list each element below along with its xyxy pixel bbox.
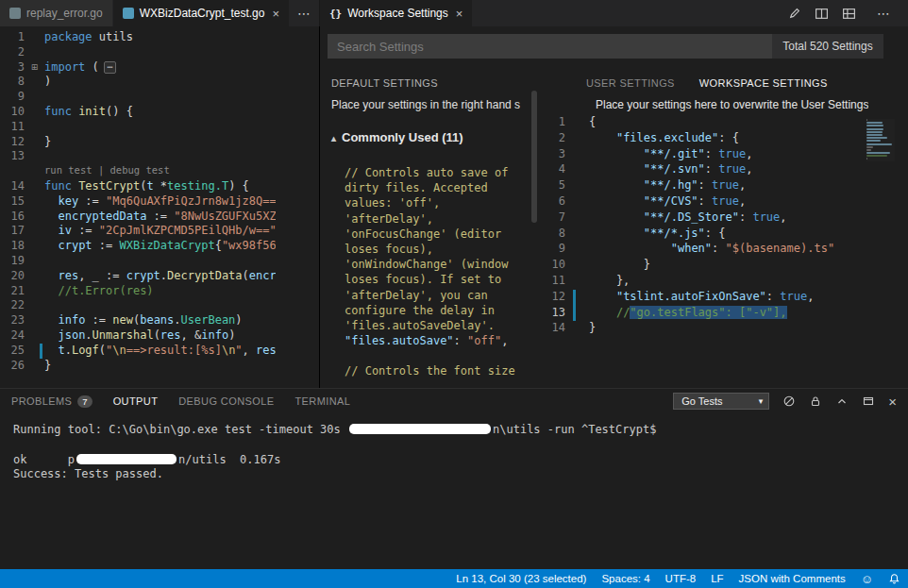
- scroll-lock-icon[interactable]: [809, 395, 822, 408]
- tab-label: Workspace Settings: [347, 7, 448, 20]
- code-line[interactable]: dirty files. Accepted: [345, 181, 533, 196]
- close-tab-icon[interactable]: ×: [272, 7, 279, 21]
- code-line[interactable]: 14func TestCrypt(t *testing.T) {: [0, 179, 276, 194]
- default-settings-header: DEFAULT SETTINGS: [331, 77, 438, 89]
- code-line[interactable]: 'afterDelay', you can: [345, 289, 533, 304]
- code-line[interactable]: 12}: [0, 135, 276, 150]
- code-line[interactable]: loses focus). If set to: [345, 273, 533, 288]
- code-line[interactable]: 19: [0, 254, 276, 269]
- code-line[interactable]: ✎"files.autoSave": "off",: [345, 334, 533, 349]
- close-tab-icon[interactable]: ×: [456, 7, 463, 21]
- code-line[interactable]: 18 crypt := WXBizDataCrypt{"wx98f566a: [0, 239, 276, 254]
- code-line[interactable]: 3⊞import (⋯: [0, 60, 276, 76]
- code-line[interactable]: 9 "when": "$(basename).ts": [537, 242, 866, 258]
- code-line[interactable]: 11 },: [537, 274, 866, 290]
- code-line[interactable]: ok pn/utils 0.167s: [13, 453, 895, 468]
- layout-grid-icon[interactable]: [842, 7, 856, 21]
- clear-output-icon[interactable]: [782, 395, 796, 408]
- open-settings-pencil-icon[interactable]: [787, 7, 801, 21]
- section-commonly-used[interactable]: ▴Commonly Used (11): [331, 130, 463, 144]
- tab-wxbizdatacrypt-test-go[interactable]: WXBizDataCrypt_test.go ×: [113, 0, 290, 26]
- code-line[interactable]: 6 "**/CVS": true,: [537, 194, 866, 210]
- code-line[interactable]: Running tool: C:\Go\bin\go.exe test -tim…: [13, 423, 895, 438]
- tab-workspace-settings[interactable]: {} Workspace Settings ×: [320, 0, 473, 26]
- chevron-down-icon: ▾: [759, 396, 764, 406]
- code-line[interactable]: [345, 349, 533, 364]
- encoding-status[interactable]: UTF-8: [658, 569, 704, 588]
- code-line[interactable]: 24 json.Unmarshal(res, &info): [0, 328, 276, 344]
- tab-terminal[interactable]: TERMINAL: [294, 395, 350, 407]
- code-line[interactable]: 5 "**/.hg": true,: [537, 178, 866, 194]
- code-line[interactable]: 11: [0, 120, 276, 135]
- go-file-icon: [9, 8, 21, 19]
- code-line[interactable]: // Controls auto save of: [345, 166, 533, 181]
- code-line[interactable]: 9: [0, 90, 276, 105]
- restore-panel-icon[interactable]: [862, 395, 875, 408]
- code-line[interactable]: 15 key := "Mq6QuAXfPiQzJrn8w1jz8Q==": [0, 194, 276, 210]
- maximize-panel-chevron-icon[interactable]: [835, 395, 849, 408]
- default-settings-content[interactable]: // Controls auto save ofdirty files. Acc…: [345, 166, 533, 380]
- code-line[interactable]: 2 "files.exclude": {: [537, 131, 866, 147]
- code-line[interactable]: 10func init() {: [0, 105, 276, 120]
- code-line[interactable]: 2: [0, 45, 276, 60]
- codelens[interactable]: run test | debug test: [44, 164, 276, 179]
- code-line[interactable]: configure the delay in: [345, 304, 533, 319]
- code-line[interactable]: 13 //"go.testFlags": ["-v"],: [537, 306, 866, 322]
- code-line[interactable]: Success: Tests passed.: [13, 467, 895, 482]
- tab-workspace-settings-inner[interactable]: WORKSPACE SETTINGS: [699, 77, 828, 89]
- code-line[interactable]: 10 }: [537, 258, 866, 274]
- workspace-settings-json-editor[interactable]: 1{2 "files.exclude": {3 "**/.git": true,…: [537, 115, 866, 337]
- notifications-bell-icon[interactable]: [881, 569, 908, 588]
- code-line[interactable]: run test | debug test: [0, 164, 276, 179]
- code-line[interactable]: 1package utils: [0, 30, 276, 45]
- code-line[interactable]: 4 "**/.svn": true,: [537, 162, 866, 178]
- output-channel-select[interactable]: Go Tests ▾: [673, 393, 769, 410]
- tab-replay-error-go[interactable]: replay_error.go: [0, 0, 113, 26]
- code-line[interactable]: 23 info := new(beans.UserBean): [0, 313, 276, 328]
- code-line[interactable]: 12 "tslint.autoFixOnSave": true,: [537, 290, 866, 306]
- code-line[interactable]: loses focus),: [345, 243, 533, 258]
- feedback-smiley-icon[interactable]: ☺: [853, 569, 881, 588]
- code-line[interactable]: 22: [0, 298, 276, 313]
- more-actions-icon[interactable]: ⋯: [869, 6, 899, 21]
- tab-debug-console[interactable]: DEBUG CONSOLE: [178, 395, 274, 407]
- vscode-window: replay_error.go WXBizDataCrypt_test.go ×…: [0, 0, 908, 588]
- tab-output[interactable]: OUTPUT: [113, 395, 159, 407]
- tab-label: replay_error.go: [26, 7, 103, 20]
- code-editor-go-test[interactable]: 1package utils23⊞import (⋯8)910func init…: [0, 26, 319, 388]
- code-line[interactable]: 17 iv := "2CpJmlKZPCMD5PEilQHb/w==": [0, 224, 276, 239]
- code-line[interactable]: values: 'off',: [345, 196, 533, 211]
- code-line[interactable]: 7 "**/.DS_Store": true,: [537, 210, 866, 227]
- settings-search-input[interactable]: [328, 34, 772, 59]
- code-line[interactable]: 20 res, _ := crypt.DecryptData(encryp: [0, 269, 276, 284]
- cursor-position-status[interactable]: Ln 13, Col 30 (23 selected): [448, 569, 594, 588]
- language-mode-status[interactable]: JSON with Comments: [731, 569, 853, 588]
- code-line[interactable]: 1{: [537, 115, 866, 131]
- code-line[interactable]: 21 //t.Error(res): [0, 284, 276, 299]
- code-line[interactable]: 26}: [0, 359, 276, 374]
- code-line[interactable]: 8): [0, 75, 276, 90]
- minimap[interactable]: [866, 119, 895, 161]
- code-line[interactable]: // Controls the font size: [345, 364, 533, 379]
- eol-status[interactable]: LF: [703, 569, 731, 588]
- code-line[interactable]: 3 "**/.git": true,: [537, 147, 866, 163]
- code-line[interactable]: 16 encryptedData := "8NwUsZGUFXu5XZyU: [0, 210, 276, 225]
- indentation-status[interactable]: Spaces: 4: [594, 569, 657, 588]
- more-tabs-icon[interactable]: ⋯: [290, 6, 319, 21]
- output-content[interactable]: Running tool: C:\Go\bin\go.exe test -tim…: [0, 417, 908, 570]
- code-line[interactable]: 25 t.Logf("\n==>result:[%s]\n", res): [0, 344, 276, 359]
- code-line[interactable]: 'onWindowChange' (window: [345, 258, 533, 273]
- minimap-line: [866, 143, 892, 145]
- close-panel-icon[interactable]: ×: [888, 395, 897, 409]
- code-line[interactable]: 'afterDelay',: [345, 212, 533, 227]
- code-line[interactable]: [13, 438, 895, 453]
- code-line[interactable]: 14}: [537, 321, 866, 337]
- split-editor-icon[interactable]: [815, 7, 829, 21]
- code-line[interactable]: 'onFocusChange' (editor: [345, 227, 533, 243]
- code-line[interactable]: 'files.autoSaveDelay'.: [345, 319, 533, 334]
- code-line[interactable]: 13: [0, 149, 276, 164]
- tab-user-settings[interactable]: USER SETTINGS: [586, 77, 675, 89]
- tab-problems[interactable]: PROBLEMS 7: [11, 395, 92, 408]
- code-line[interactable]: 8 "**/*.js": {: [537, 227, 866, 243]
- minimap-line: [866, 122, 883, 124]
